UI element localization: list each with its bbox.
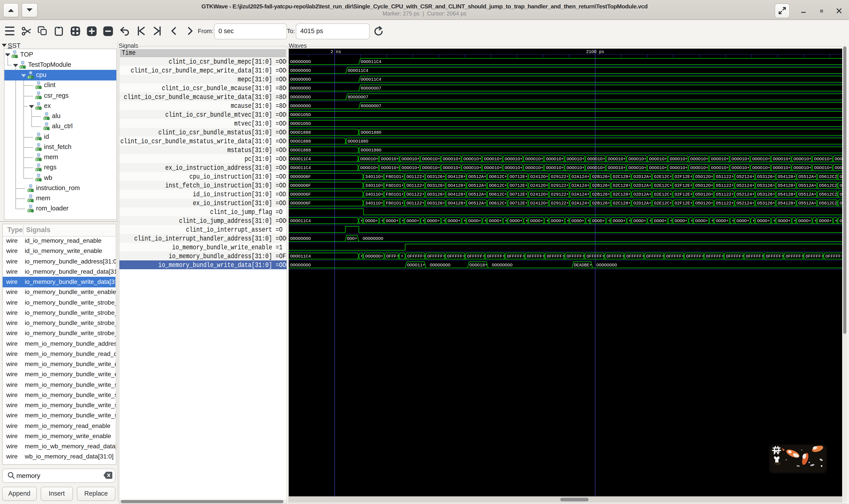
svg-text:OOOO1O+: OOOO1O+ [731, 166, 750, 170]
svg-text:O52124+: O52124+ [737, 192, 755, 197]
svg-text:O29122+: O29122+ [551, 192, 569, 197]
svg-text:OOOO+: OOOO+ [819, 219, 832, 223]
svg-text:OOOO1O+: OOOO1O+ [731, 157, 750, 162]
svg-text:OOOO11C4: OOOO11C4 [290, 166, 311, 170]
svg-text:O51122+: O51122+ [716, 175, 734, 179]
svg-text:O29122+: O29122+ [551, 175, 569, 179]
svg-text:OOOO1O+: OOOO1O+ [628, 157, 647, 162]
svg-text:OOOO1888: OOOO1888 [290, 139, 311, 144]
svg-text:OOOO1O+: OOOO1O+ [608, 166, 626, 170]
svg-text:OO4128+: OO4128+ [448, 183, 466, 188]
svg-text:OOOO11C4: OOOO11C4 [290, 219, 311, 223]
svg-text:OOOO+: OOOO+ [571, 219, 584, 223]
svg-text:OOOO1O+: OOOO1O+ [690, 157, 708, 162]
svg-text:34O11O+: 34O11O+ [365, 183, 383, 188]
svg-text:OO512A+: OO512A+ [468, 201, 486, 206]
svg-text:O52124+: O52124+ [737, 183, 755, 188]
svg-text:O54128+: O54128+ [778, 175, 796, 179]
svg-text:O5612C2: O5612C2 [819, 183, 837, 188]
svg-text:OOOOOO6F: OOOOOO6F [290, 175, 311, 179]
svg-text:O2412O+: O2412O+ [530, 201, 548, 206]
svg-text:O2F12E+: O2F12E+ [674, 201, 693, 206]
svg-text:O2D12A+: O2D12A+ [633, 192, 652, 197]
svg-text:+: + [401, 254, 403, 259]
svg-text:O29122+: O29122+ [551, 201, 569, 206]
svg-text:OOOO1O+: OOOO1O+ [608, 157, 626, 162]
svg-text:O2F12E+: O2F12E+ [674, 183, 693, 188]
svg-text:OOOO1O+: OOOO1O+ [587, 157, 606, 162]
svg-text:O2C128+: O2C128+ [613, 183, 631, 188]
svg-text:OOOO+: OOOO+ [778, 219, 791, 223]
svg-text:OOOOOOOO: OOOOOOOO [430, 263, 451, 268]
svg-text:OOOOOOOO: OOOOOOOO [290, 104, 311, 109]
svg-text:OOOO188O: OOOO188O [347, 139, 368, 144]
svg-text:OOOO1O+: OOOO1O+ [505, 157, 523, 162]
svg-text:OOOO+: OOOO+ [468, 219, 481, 223]
svg-text:OOOO1O+: OOOO1O+ [546, 166, 564, 170]
svg-text:OOOO+: OOOO+ [633, 219, 646, 223]
svg-text:O5512A+: O5512A+ [798, 175, 816, 179]
svg-text:O5O12O+: O5O12O+ [695, 183, 713, 188]
svg-text:F8O1O1+: F8O1O1+ [386, 192, 404, 197]
svg-text:O51122+: O51122+ [716, 192, 734, 197]
svg-text:OO1122+: OO1122+ [407, 183, 424, 188]
svg-text:OOOOOOOO: OOOOOOOO [290, 236, 311, 241]
svg-text:OFFFFF+: OFFFFF+ [646, 254, 664, 259]
svg-text:OOOO1O+: OOOO1O+ [484, 166, 502, 170]
svg-text:OOOO1O+: OOOO1O+ [773, 157, 791, 162]
svg-text:OOOO1O+: OOOO1O+ [814, 166, 832, 170]
svg-text:OOOO1O+: OOOO1O+ [484, 157, 502, 162]
svg-text:OOOO+: OOOO+ [716, 219, 729, 223]
svg-text:OOOO11C4: OOOO11C4 [347, 68, 368, 73]
svg-text:OOOO+: OOOO+ [798, 219, 811, 223]
svg-text:OO612C+: OO612C+ [489, 192, 507, 197]
svg-text:OFFFFF+: OFFFFF+ [706, 254, 724, 259]
svg-text:OOO+: OOO+ [347, 236, 357, 241]
svg-text:OO1122+: OO1122+ [407, 201, 424, 206]
svg-text:OOOOOOOO: OOOOOOOO [290, 95, 311, 100]
svg-text:OOOO188O: OOOO188O [361, 130, 381, 135]
svg-text:OOOO1888: OOOO1888 [290, 130, 311, 135]
svg-text:34O11O+: 34O11O+ [365, 175, 383, 179]
svg-text:OOOO1O+: OOOO1O+ [711, 157, 729, 162]
svg-text:O54128+: O54128+ [778, 192, 796, 197]
svg-text:OOOO1O+: OOOO1O+ [505, 166, 523, 170]
svg-text:O2412O+: O2412O+ [530, 192, 548, 197]
svg-text:OOOO1O+: OOOO1O+ [711, 166, 729, 170]
svg-text:OOOO1O+: OOOO1O+ [464, 166, 482, 170]
svg-text:O2F12E+: O2F12E+ [674, 175, 693, 179]
svg-text:OOOO1O+: OOOO1O+ [670, 157, 688, 162]
svg-text:OOOO1O+: OOOO1O+ [814, 157, 832, 162]
svg-text:OFFFFF+: OFFFFF+ [407, 254, 426, 259]
svg-text:F8O1O1+: F8O1O1+ [386, 201, 404, 206]
svg-text:2: 2 [330, 49, 333, 54]
svg-text:OOOO1O+: OOOO1O+ [628, 166, 647, 170]
svg-text:OO3126+: OO3126+ [427, 192, 445, 197]
svg-text:DEADBE+: DEADBE+ [574, 263, 592, 268]
svg-text:OOOO+: OOOO+ [448, 219, 461, 223]
svg-text:O2A124+: O2A124+ [572, 192, 590, 197]
svg-text:O2A124+: O2A124+ [572, 175, 590, 179]
svg-text:OO712E+: OO712E+ [510, 183, 528, 188]
svg-text:8OOOOOO7: 8OOOOOO7 [361, 104, 381, 109]
svg-text:OOOO+: OOOO+ [757, 219, 770, 223]
svg-text:OO4128+: OO4128+ [448, 201, 466, 206]
svg-text:OO712E+: OO712E+ [510, 201, 528, 206]
svg-text:OOOO11C4: OOOO11C4 [361, 77, 381, 82]
svg-text:O2D12A+: O2D12A+ [633, 201, 652, 206]
svg-text:OO3126+: OO3126+ [427, 175, 445, 179]
svg-text:OFFFFF+: OFFFFF+ [487, 254, 505, 259]
svg-text:OO512A+: OO512A+ [468, 175, 486, 179]
svg-text:OFFFFF+: OFFFFF+ [806, 254, 824, 259]
svg-text:OOOO1O+: OOOO1O+ [752, 166, 770, 170]
svg-text:OOOO+: OOOO+ [489, 219, 502, 223]
svg-text:O: O [840, 175, 842, 179]
svg-text:O29122+: O29122+ [551, 183, 569, 188]
svg-text:OFFF+: OFFF+ [386, 254, 399, 259]
svg-text:OO512A+: OO512A+ [468, 183, 486, 188]
svg-text:O: O [840, 192, 842, 197]
svg-text:O53126+: O53126+ [757, 183, 775, 188]
svg-text:O5512A+: O5512A+ [798, 201, 816, 206]
svg-text:O54128+: O54128+ [778, 201, 796, 206]
svg-text:O2D12A+: O2D12A+ [633, 175, 652, 179]
